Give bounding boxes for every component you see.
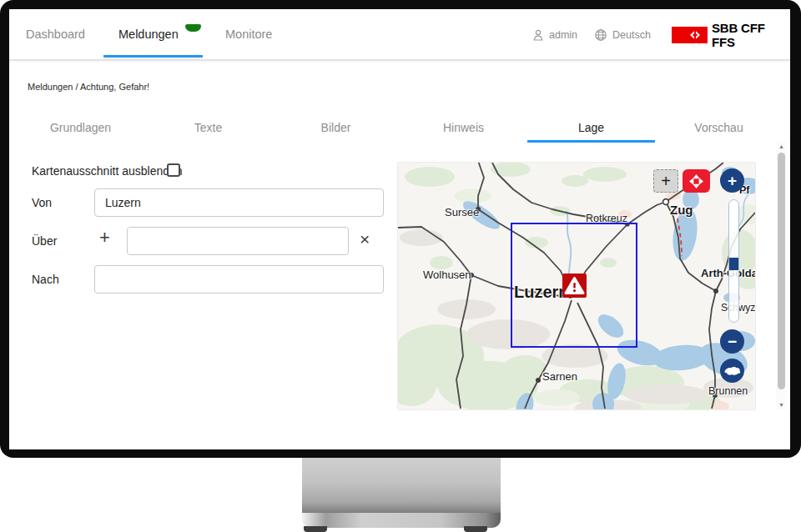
hide-map-checkbox[interactable] bbox=[167, 163, 180, 177]
map-label-sursee: Sursee bbox=[445, 206, 479, 218]
nav-item-monitore[interactable]: Monitore bbox=[225, 9, 272, 59]
map-label-zug: Zug bbox=[670, 203, 693, 217]
ueber-label: Über bbox=[32, 234, 57, 248]
zoom-in-button[interactable]: + bbox=[720, 168, 744, 193]
tab-vorschau[interactable]: Vorschau bbox=[655, 114, 783, 143]
von-input[interactable] bbox=[94, 188, 384, 217]
brand-name: SBB CFF FFS bbox=[712, 9, 790, 61]
globe-icon bbox=[594, 28, 607, 42]
map-canvas[interactable]: Sursee Wolhusen Rotkreuz Zug Luzern Arth… bbox=[398, 163, 755, 409]
tab-bilder[interactable]: Bilder bbox=[272, 114, 400, 143]
tab-lage[interactable]: Lage bbox=[527, 114, 655, 143]
map-label-sarnen: Sarnen bbox=[542, 370, 577, 383]
user-icon bbox=[531, 28, 545, 42]
scrollbar-thumb[interactable] bbox=[778, 153, 785, 389]
nach-input[interactable] bbox=[94, 265, 384, 294]
nav-active-underline bbox=[103, 55, 203, 58]
map-label-wolhusen: Wolhusen bbox=[423, 269, 471, 281]
zoom-slider-handle[interactable] bbox=[729, 258, 738, 270]
language-menu[interactable]: Deutsch bbox=[594, 9, 651, 61]
map-add-tool-button[interactable]: + bbox=[653, 169, 678, 193]
page: Dashboard Meldungen Monitore admin Deuts… bbox=[0, 0, 801, 532]
reset-extent-switzerland-button[interactable] bbox=[720, 359, 744, 383]
nav-item-meldungen[interactable]: Meldungen bbox=[118, 9, 179, 59]
switzerland-icon bbox=[723, 365, 742, 377]
pan-arrows-icon bbox=[689, 174, 703, 188]
breadcrumb[interactable]: Meldungen / Achtung, Gefahr! bbox=[28, 82, 149, 92]
warning-marker-icon[interactable] bbox=[562, 274, 587, 298]
screen: Dashboard Meldungen Monitore admin Deuts… bbox=[9, 9, 790, 449]
nach-label: Nach bbox=[32, 273, 59, 286]
sbb-logo-icon bbox=[672, 27, 708, 43]
nav-item-dashboard[interactable]: Dashboard bbox=[26, 9, 85, 59]
hide-map-label: Kartenausschnitt ausblenden bbox=[32, 164, 183, 178]
top-nav: Dashboard Meldungen Monitore admin Deuts… bbox=[9, 9, 790, 61]
clear-via-button[interactable]: × bbox=[360, 231, 370, 248]
tab-bar: Grundlagen Texte Bilder Hinweis Lage Vor… bbox=[17, 114, 783, 143]
monitor-foot bbox=[304, 526, 327, 532]
tab-texte[interactable]: Texte bbox=[144, 114, 272, 143]
zoom-out-button[interactable]: − bbox=[720, 329, 744, 354]
scrollbar-down-arrow[interactable]: ▼ bbox=[776, 399, 787, 409]
tab-hinweis[interactable]: Hinweis bbox=[400, 114, 527, 143]
map-label-brunnen: Brunnen bbox=[708, 385, 748, 397]
monitor-foot bbox=[464, 526, 487, 532]
meldungen-badge-icon bbox=[185, 24, 201, 32]
monitor-stand bbox=[302, 458, 501, 513]
content-scrollbar: ▲ ▼ bbox=[776, 141, 787, 409]
user-menu[interactable]: admin bbox=[531, 9, 577, 61]
language-label: Deutsch bbox=[612, 29, 651, 41]
add-via-button[interactable]: + bbox=[99, 229, 110, 246]
ueber-input[interactable] bbox=[127, 227, 349, 255]
map-pan-tool-button[interactable] bbox=[683, 169, 710, 193]
user-name: admin bbox=[549, 29, 577, 41]
tab-grundlagen[interactable]: Grundlagen bbox=[17, 114, 144, 143]
von-label: Von bbox=[32, 196, 52, 209]
scrollbar-up-arrow[interactable]: ▲ bbox=[776, 141, 787, 151]
